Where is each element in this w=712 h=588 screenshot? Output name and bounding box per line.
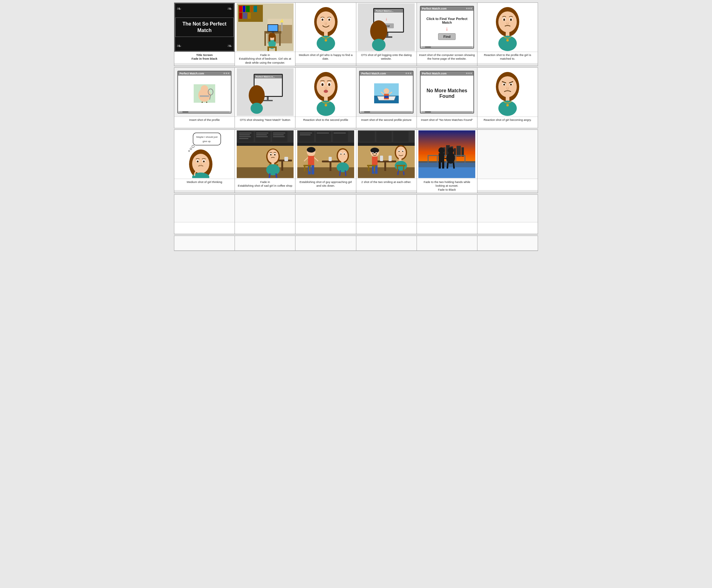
bedroom-scene-svg <box>237 3 294 51</box>
svg-point-101 <box>510 84 512 85</box>
browser-titlebar-nm: Perfect Match.com <box>420 71 474 76</box>
caption-text-r2c1: Insert shot of the profile <box>189 118 219 122</box>
svg-rect-16 <box>268 25 278 31</box>
cell-image-r1c2 <box>235 3 295 52</box>
scrollbar-thumb-nm <box>425 111 431 112</box>
girl-reaction1-svg <box>479 3 536 51</box>
cell-r2c2: Perfect Match.co... OTS shot showing "Ne… <box>235 68 296 128</box>
cell-r5c4 <box>356 236 417 251</box>
caption-r3c3: Establishing shot of guy approaching gir… <box>296 179 356 190</box>
row-3: Maybe I should just give up. <box>174 129 538 193</box>
svg-point-176 <box>337 162 349 172</box>
svg-rect-25 <box>267 46 277 48</box>
svg-point-145 <box>267 149 279 163</box>
svg-point-170 <box>338 149 348 162</box>
cell-image-r5c2 <box>235 236 295 251</box>
svg-point-205 <box>376 153 377 154</box>
caption-r1c2: Fade inEstablishing shot of bedroom. Gir… <box>235 52 295 66</box>
svg-rect-137 <box>237 143 294 146</box>
browser-scrollbar-p1 <box>178 111 231 113</box>
caption-r4c6 <box>477 222 538 233</box>
svg-point-180 <box>307 147 316 152</box>
svg-rect-242 <box>439 153 444 162</box>
svg-rect-198 <box>380 155 383 161</box>
svg-rect-194 <box>358 143 415 146</box>
caption-r4c1 <box>174 222 235 233</box>
svg-point-55 <box>503 18 505 21</box>
svg-line-248 <box>453 162 454 169</box>
browser-arrow-down: ↓ <box>446 25 448 32</box>
caption-text-r2c5: Insert shot of "No More Matches Found" <box>421 118 473 122</box>
dot1 <box>466 8 468 9</box>
svg-text:Maybe I should just: Maybe I should just <box>196 135 218 139</box>
svg-rect-8 <box>243 13 247 19</box>
cell-image-r4c6 <box>477 195 538 222</box>
cell-r3c2: Fade inEstablishing shot of sad girl in … <box>235 130 296 193</box>
svg-point-82 <box>321 83 323 86</box>
cell-image-r4c3 <box>296 195 356 222</box>
row-4 <box>174 194 538 234</box>
svg-rect-5 <box>250 6 253 12</box>
caption-r3c5: Fade to the two holding hands while look… <box>417 179 477 193</box>
svg-point-204 <box>372 153 373 154</box>
caption-r3c6 <box>477 179 538 190</box>
caption-r2c5: Insert shot of "No More Matches Found" <box>417 117 477 128</box>
cell-r5c3 <box>296 236 356 251</box>
find-button[interactable]: Find <box>438 33 456 40</box>
row-4-cells <box>174 194 538 234</box>
svg-rect-6 <box>254 6 257 12</box>
svg-text:↓: ↓ <box>386 16 388 21</box>
svg-rect-63 <box>200 95 209 97</box>
browser-home: Perfect Match.com Click to Find Your Per… <box>420 6 474 49</box>
row-5-cells <box>174 235 538 251</box>
browser-titlebar-p2: Perfect Match.com <box>360 71 413 76</box>
cell-image-r2c1: Perfect Match.com <box>174 68 235 117</box>
caption-r4c5 <box>417 222 477 233</box>
row-1-cells: ❧ ❧ ❧ ❧ The Not So Perfect Match Title S… <box>174 2 538 66</box>
svg-rect-11 <box>267 19 292 25</box>
svg-point-100 <box>503 84 505 85</box>
caption-r2c2: OTS shot showing "Next Match" button <box>235 117 295 128</box>
svg-rect-3 <box>243 6 245 12</box>
caption-r1c4: OTS shot of girl logging onto the dating… <box>356 52 416 63</box>
svg-rect-196 <box>376 161 396 162</box>
svg-point-97 <box>498 76 517 97</box>
caption-r2c3: Reaction shot to the second profile <box>296 117 356 128</box>
cell-r2c3: Reaction shot to the second profile <box>296 68 356 128</box>
dot-nm-1 <box>466 72 468 74</box>
svg-point-49 <box>372 39 386 51</box>
svg-rect-244 <box>442 162 444 169</box>
svg-rect-223 <box>397 166 398 171</box>
svg-rect-181 <box>308 156 314 165</box>
cell-r5c1 <box>174 236 235 251</box>
row-5 <box>174 235 538 251</box>
cell-image-r3c4 <box>356 130 416 179</box>
caption-text-r2c2: OTS shot showing "Next Match" button <box>240 118 290 122</box>
dot-nm-2 <box>468 72 470 74</box>
browser-titlebar-p1: Perfect Match.com <box>178 71 231 76</box>
svg-point-56 <box>510 18 512 21</box>
svg-rect-193 <box>393 131 409 142</box>
scrollbar-track-p2 <box>361 111 412 112</box>
svg-rect-195 <box>358 167 415 178</box>
cell-image-r3c6 <box>477 130 538 179</box>
title-corner-bl: ❧ <box>176 42 182 49</box>
browser-body-nm: No More Matches Found <box>420 76 474 111</box>
cell-r1c5: Perfect Match.com Click to Find Your Per… <box>417 3 477 66</box>
caption-r1c5: Insert shot of the computer screen showi… <box>417 52 477 63</box>
svg-rect-211 <box>374 166 375 171</box>
girl-thinking-svg: Maybe I should just give up. <box>176 130 233 178</box>
svg-point-241 <box>438 147 445 153</box>
svg-rect-224 <box>403 166 404 171</box>
cell-r4c4 <box>356 195 417 234</box>
title-card-text: The Not So Perfect Match <box>182 21 226 33</box>
svg-rect-161 <box>300 134 310 135</box>
svg-rect-9 <box>248 13 251 19</box>
cell-image-r1c1: ❧ ❧ ❧ ❧ The Not So Perfect Match <box>174 3 235 52</box>
browser-dots-nm <box>466 72 472 74</box>
no-matches-text: No More Matches Found <box>422 88 473 99</box>
svg-point-87 <box>325 104 327 106</box>
coffee-shop-approach-svg <box>297 130 354 178</box>
caption-text-r3c1: Medium shot of girl thinking <box>187 180 222 184</box>
svg-rect-135 <box>273 134 284 135</box>
